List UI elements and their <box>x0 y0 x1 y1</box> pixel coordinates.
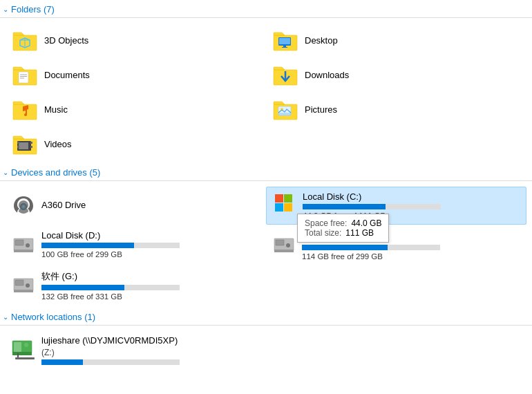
devices-section: ⌄ Devices and drives (5) <box>0 163 532 308</box>
svg-rect-8 <box>279 38 290 44</box>
disk-g-bar-bg <box>41 285 180 290</box>
svg-rect-64 <box>15 357 35 359</box>
folder-item-videos[interactable]: Videos <box>6 127 266 160</box>
disk-c-bar-fill <box>303 204 386 209</box>
folder-documents-label: Documents <box>44 70 90 80</box>
folders-section: ⌄ Folders (7) <box>0 0 532 163</box>
disk-e-icon <box>272 230 296 255</box>
folders-chevron-icon: ⌄ <box>3 6 8 13</box>
disk-g-bar-fill <box>41 285 124 290</box>
svg-rect-48 <box>276 240 284 245</box>
disk-g-label: 软件 (G:) <box>41 270 260 283</box>
folder-documents-icon <box>11 62 39 87</box>
svg-rect-42 <box>15 240 23 245</box>
folders-header[interactable]: ⌄ Folders (7) <box>0 0 532 18</box>
lujieshare-sublabel: (Z:) <box>41 348 521 357</box>
disk-g-icon <box>11 270 36 295</box>
svg-rect-30 <box>19 142 28 149</box>
network-section: ⌄ Network locations (1) lujieshare (\\ <box>0 308 532 374</box>
devices-chevron-icon: ⌄ <box>3 169 8 176</box>
svg-point-50 <box>286 243 290 247</box>
lujieshare-bar-fill <box>41 359 83 365</box>
disk-c-info: Local Disk (C:) 44.0 GB free of 111 GB <box>303 191 520 220</box>
drive-item-local-c[interactable]: Local Disk (C:) 44.0 GB free of 111 GB S… <box>266 187 526 225</box>
disk-d-icon <box>11 230 36 255</box>
disk-c-bar-bg <box>303 204 441 209</box>
disk-g-info: 软件 (G:) 132 GB free of 331 GB <box>41 270 260 301</box>
folder-pictures-icon <box>272 97 299 122</box>
network-header[interactable]: ⌄ Network locations (1) <box>0 308 532 326</box>
disk-d-free: 100 GB free of 299 GB <box>41 250 260 259</box>
disk-e-bar-bg <box>302 245 440 250</box>
network-chevron-icon: ⌄ <box>3 313 8 321</box>
folder-item-downloads[interactable]: Downloads <box>266 58 526 91</box>
network-items: lujieshare (\\DYJMICV0RMDI5XP) (Z:) <box>0 328 532 374</box>
folder-3d-objects-icon <box>11 28 39 53</box>
disk-e-bar-fill <box>302 245 388 250</box>
disk-e-info: 新加卷 (E:) 114 GB free of 299 GB <box>302 230 521 261</box>
svg-rect-13 <box>19 72 28 83</box>
disk-d-info: Local Disk (D:) 100 GB free of 299 GB <box>41 230 260 259</box>
svg-rect-34 <box>30 146 32 148</box>
folder-music-icon <box>11 97 39 122</box>
svg-point-44 <box>26 243 30 247</box>
svg-rect-45 <box>14 250 33 252</box>
svg-point-60 <box>24 343 28 347</box>
svg-point-35 <box>20 203 27 210</box>
lujieshare-bar-bg <box>41 359 180 365</box>
disk-c-free: 44.0 GB free of 111 GB <box>303 212 520 220</box>
drive-item-local-d[interactable]: Local Disk (D:) 100 GB free of 299 GB <box>6 226 266 265</box>
svg-rect-31 <box>17 142 19 144</box>
folder-item-pictures[interactable]: Pictures <box>266 93 526 126</box>
folders-title: Folders (7) <box>11 4 55 15</box>
devices-title: Devices and drives (5) <box>11 167 100 178</box>
disk-d-label: Local Disk (D:) <box>41 230 260 241</box>
svg-rect-57 <box>14 290 33 292</box>
folder-item-3d-objects[interactable]: 3D Objects <box>6 24 266 57</box>
devices-grid: A360 Drive Local Disk (C:) 44.0 GB free … <box>0 184 532 308</box>
disk-e-label: 新加卷 (E:) <box>302 230 521 243</box>
drive-item-g[interactable]: 软件 (G:) 132 GB free of 331 GB <box>6 266 266 305</box>
svg-rect-37 <box>284 194 292 203</box>
network-lujieshare-icon <box>11 335 36 360</box>
svg-rect-32 <box>17 146 19 148</box>
disk-c-icon <box>272 191 297 216</box>
disk-d-bar-bg <box>41 243 180 248</box>
folder-desktop-icon <box>272 28 299 53</box>
svg-rect-62 <box>12 352 32 355</box>
folder-item-documents[interactable]: Documents <box>6 58 266 91</box>
svg-rect-9 <box>283 46 286 47</box>
folder-downloads-label: Downloads <box>305 70 349 80</box>
folder-downloads-icon <box>272 62 299 87</box>
svg-rect-38 <box>275 203 283 212</box>
a360-drive-icon <box>11 194 36 218</box>
folder-item-desktop[interactable]: Desktop <box>266 24 526 57</box>
lujieshare-info: lujieshare (\\DYJMICV0RMDI5XP) (Z:) <box>41 335 521 367</box>
svg-rect-36 <box>275 194 283 203</box>
devices-header[interactable]: ⌄ Devices and drives (5) <box>0 163 532 181</box>
svg-rect-39 <box>284 203 292 212</box>
folder-desktop-label: Desktop <box>305 35 338 46</box>
network-title: Network locations (1) <box>11 312 95 322</box>
folder-music-label: Music <box>44 104 68 115</box>
svg-rect-54 <box>15 280 23 285</box>
folder-pictures-label: Pictures <box>305 104 337 115</box>
svg-rect-33 <box>30 142 32 144</box>
svg-rect-26 <box>278 113 291 115</box>
disk-g-free: 132 GB free of 331 GB <box>41 292 260 301</box>
lujieshare-label: lujieshare (\\DYJMICV0RMDI5XP) <box>41 335 521 346</box>
svg-rect-51 <box>274 250 294 252</box>
a360-drive-label: A360 Drive <box>41 200 86 210</box>
network-item-lujieshare[interactable]: lujieshare (\\DYJMICV0RMDI5XP) (Z:) <box>6 331 526 371</box>
folders-grid: 3D Objects Desktop <box>0 21 532 163</box>
folder-videos-label: Videos <box>44 139 72 149</box>
disk-d-bar-fill <box>41 243 134 248</box>
drive-item-new-volume[interactable]: 新加卷 (E:) 114 GB free of 299 GB <box>266 226 526 265</box>
folder-3d-objects-label: 3D Objects <box>44 35 88 46</box>
svg-point-56 <box>26 283 30 288</box>
disk-c-label: Local Disk (C:) <box>303 191 520 202</box>
folder-videos-icon <box>11 131 39 156</box>
folder-item-music[interactable]: Music <box>6 93 266 126</box>
svg-rect-61 <box>14 342 21 352</box>
drive-item-a360[interactable]: A360 Drive <box>6 187 266 225</box>
